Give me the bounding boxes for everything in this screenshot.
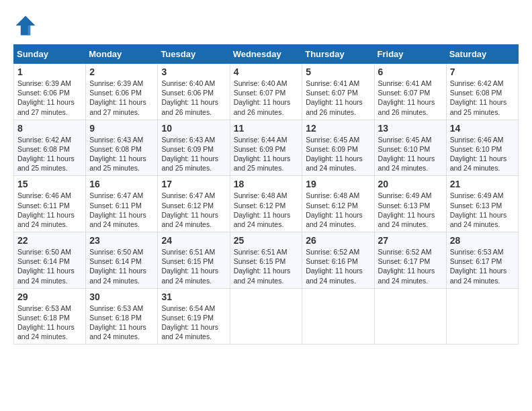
- column-header-wednesday: Wednesday: [230, 45, 302, 64]
- day-number: 16: [89, 179, 154, 189]
- day-number: 7: [450, 66, 515, 77]
- calendar-cell: 1 Sunrise: 6:39 AM Sunset: 6:06 PM Dayli…: [14, 64, 86, 120]
- day-detail: Sunrise: 6:40 AM Sunset: 6:06 PM Dayligh…: [161, 79, 226, 117]
- day-number: 17: [161, 179, 226, 189]
- day-detail: Sunrise: 6:42 AM Sunset: 6:08 PM Dayligh…: [17, 135, 82, 173]
- day-number: 25: [234, 235, 299, 246]
- day-detail: Sunrise: 6:51 AM Sunset: 6:15 PM Dayligh…: [161, 247, 226, 285]
- logo-icon: [13, 13, 38, 38]
- week-row-1: 1 Sunrise: 6:39 AM Sunset: 6:06 PM Dayli…: [14, 64, 519, 120]
- day-number: 24: [161, 235, 226, 246]
- day-number: 23: [89, 235, 154, 246]
- calendar-cell: 31 Sunrise: 6:54 AM Sunset: 6:19 PM Dayl…: [158, 288, 230, 345]
- day-number: 20: [378, 179, 443, 189]
- column-header-sunday: Sunday: [14, 45, 86, 64]
- day-detail: Sunrise: 6:43 AM Sunset: 6:08 PM Dayligh…: [89, 135, 154, 173]
- day-detail: Sunrise: 6:41 AM Sunset: 6:07 PM Dayligh…: [378, 79, 443, 117]
- day-detail: Sunrise: 6:53 AM Sunset: 6:18 PM Dayligh…: [89, 304, 154, 342]
- day-number: 13: [378, 123, 443, 134]
- day-number: 26: [306, 235, 370, 246]
- calendar-cell: 20 Sunrise: 6:49 AM Sunset: 6:13 PM Dayl…: [374, 176, 446, 232]
- day-detail: Sunrise: 6:50 AM Sunset: 6:14 PM Dayligh…: [17, 247, 82, 285]
- calendar-cell: 13 Sunrise: 6:45 AM Sunset: 6:10 PM Dayl…: [374, 120, 446, 176]
- svg-marker-0: [16, 16, 36, 36]
- calendar-cell: [302, 288, 374, 345]
- column-header-saturday: Saturday: [446, 45, 518, 64]
- day-detail: Sunrise: 6:47 AM Sunset: 6:12 PM Dayligh…: [161, 191, 226, 229]
- calendar-cell: 10 Sunrise: 6:43 AM Sunset: 6:09 PM Dayl…: [158, 120, 230, 176]
- day-detail: Sunrise: 6:49 AM Sunset: 6:13 PM Dayligh…: [378, 191, 443, 229]
- day-number: 14: [450, 123, 515, 134]
- calendar-cell: [446, 288, 518, 345]
- column-header-thursday: Thursday: [302, 45, 374, 64]
- calendar-cell: 9 Sunrise: 6:43 AM Sunset: 6:08 PM Dayli…: [86, 120, 158, 176]
- day-detail: Sunrise: 6:48 AM Sunset: 6:12 PM Dayligh…: [306, 191, 370, 229]
- day-detail: Sunrise: 6:47 AM Sunset: 6:11 PM Dayligh…: [89, 191, 154, 229]
- page-header: [13, 13, 519, 38]
- calendar-cell: 11 Sunrise: 6:44 AM Sunset: 6:09 PM Dayl…: [230, 120, 302, 176]
- day-number: 18: [234, 179, 299, 189]
- calendar-table: SundayMondayTuesdayWednesdayThursdayFrid…: [13, 44, 519, 345]
- calendar-cell: 19 Sunrise: 6:48 AM Sunset: 6:12 PM Dayl…: [302, 176, 374, 232]
- column-header-monday: Monday: [86, 45, 158, 64]
- day-detail: Sunrise: 6:40 AM Sunset: 6:07 PM Dayligh…: [234, 79, 299, 117]
- week-row-2: 8 Sunrise: 6:42 AM Sunset: 6:08 PM Dayli…: [14, 120, 519, 176]
- day-number: 21: [450, 179, 515, 189]
- calendar-cell: 6 Sunrise: 6:41 AM Sunset: 6:07 PM Dayli…: [374, 64, 446, 120]
- day-number: 22: [17, 235, 82, 246]
- calendar-cell: 28 Sunrise: 6:53 AM Sunset: 6:17 PM Dayl…: [446, 232, 518, 289]
- logo: [13, 13, 40, 38]
- column-header-friday: Friday: [374, 45, 446, 64]
- day-number: 4: [234, 66, 299, 77]
- week-row-3: 15 Sunrise: 6:46 AM Sunset: 6:11 PM Dayl…: [14, 176, 519, 232]
- day-detail: Sunrise: 6:44 AM Sunset: 6:09 PM Dayligh…: [234, 135, 299, 173]
- day-detail: Sunrise: 6:39 AM Sunset: 6:06 PM Dayligh…: [89, 79, 154, 117]
- calendar-cell: 3 Sunrise: 6:40 AM Sunset: 6:06 PM Dayli…: [158, 64, 230, 120]
- calendar-body: 1 Sunrise: 6:39 AM Sunset: 6:06 PM Dayli…: [14, 64, 519, 345]
- calendar-cell: 29 Sunrise: 6:53 AM Sunset: 6:18 PM Dayl…: [14, 288, 86, 345]
- calendar-cell: 16 Sunrise: 6:47 AM Sunset: 6:11 PM Dayl…: [86, 176, 158, 232]
- day-number: 31: [161, 291, 226, 302]
- calendar-cell: 14 Sunrise: 6:46 AM Sunset: 6:10 PM Dayl…: [446, 120, 518, 176]
- day-detail: Sunrise: 6:49 AM Sunset: 6:13 PM Dayligh…: [450, 191, 515, 229]
- day-number: 2: [89, 66, 154, 77]
- day-number: 9: [89, 123, 154, 134]
- day-detail: Sunrise: 6:45 AM Sunset: 6:09 PM Dayligh…: [306, 135, 370, 173]
- calendar-cell: 12 Sunrise: 6:45 AM Sunset: 6:09 PM Dayl…: [302, 120, 374, 176]
- day-detail: Sunrise: 6:52 AM Sunset: 6:16 PM Dayligh…: [306, 247, 370, 285]
- day-detail: Sunrise: 6:46 AM Sunset: 6:11 PM Dayligh…: [17, 191, 82, 229]
- calendar-cell: 5 Sunrise: 6:41 AM Sunset: 6:07 PM Dayli…: [302, 64, 374, 120]
- calendar-cell: 7 Sunrise: 6:42 AM Sunset: 6:08 PM Dayli…: [446, 64, 518, 120]
- day-number: 28: [450, 235, 515, 246]
- day-number: 3: [161, 66, 226, 77]
- calendar-cell: [374, 288, 446, 345]
- calendar-cell: 2 Sunrise: 6:39 AM Sunset: 6:06 PM Dayli…: [86, 64, 158, 120]
- day-number: 11: [234, 123, 299, 134]
- calendar-cell: 22 Sunrise: 6:50 AM Sunset: 6:14 PM Dayl…: [14, 232, 86, 289]
- day-detail: Sunrise: 6:48 AM Sunset: 6:12 PM Dayligh…: [234, 191, 299, 229]
- day-number: 19: [306, 179, 370, 189]
- day-detail: Sunrise: 6:51 AM Sunset: 6:15 PM Dayligh…: [234, 247, 299, 285]
- calendar-cell: 21 Sunrise: 6:49 AM Sunset: 6:13 PM Dayl…: [446, 176, 518, 232]
- day-number: 6: [378, 66, 443, 77]
- calendar-cell: 25 Sunrise: 6:51 AM Sunset: 6:15 PM Dayl…: [230, 232, 302, 289]
- day-number: 29: [17, 291, 82, 302]
- calendar-cell: 23 Sunrise: 6:50 AM Sunset: 6:14 PM Dayl…: [86, 232, 158, 289]
- week-row-5: 29 Sunrise: 6:53 AM Sunset: 6:18 PM Dayl…: [14, 288, 519, 345]
- day-detail: Sunrise: 6:53 AM Sunset: 6:18 PM Dayligh…: [17, 304, 82, 342]
- calendar-cell: 8 Sunrise: 6:42 AM Sunset: 6:08 PM Dayli…: [14, 120, 86, 176]
- calendar-cell: 27 Sunrise: 6:52 AM Sunset: 6:17 PM Dayl…: [374, 232, 446, 289]
- calendar-cell: 18 Sunrise: 6:48 AM Sunset: 6:12 PM Dayl…: [230, 176, 302, 232]
- calendar-cell: 4 Sunrise: 6:40 AM Sunset: 6:07 PM Dayli…: [230, 64, 302, 120]
- day-number: 12: [306, 123, 370, 134]
- day-detail: Sunrise: 6:45 AM Sunset: 6:10 PM Dayligh…: [378, 135, 443, 173]
- day-number: 15: [17, 179, 82, 189]
- week-row-4: 22 Sunrise: 6:50 AM Sunset: 6:14 PM Dayl…: [14, 232, 519, 289]
- day-detail: Sunrise: 6:42 AM Sunset: 6:08 PM Dayligh…: [450, 79, 515, 117]
- calendar-cell: 17 Sunrise: 6:47 AM Sunset: 6:12 PM Dayl…: [158, 176, 230, 232]
- calendar-cell: [230, 288, 302, 345]
- column-header-tuesday: Tuesday: [158, 45, 230, 64]
- day-detail: Sunrise: 6:50 AM Sunset: 6:14 PM Dayligh…: [89, 247, 154, 285]
- day-number: 10: [161, 123, 226, 134]
- day-detail: Sunrise: 6:46 AM Sunset: 6:10 PM Dayligh…: [450, 135, 515, 173]
